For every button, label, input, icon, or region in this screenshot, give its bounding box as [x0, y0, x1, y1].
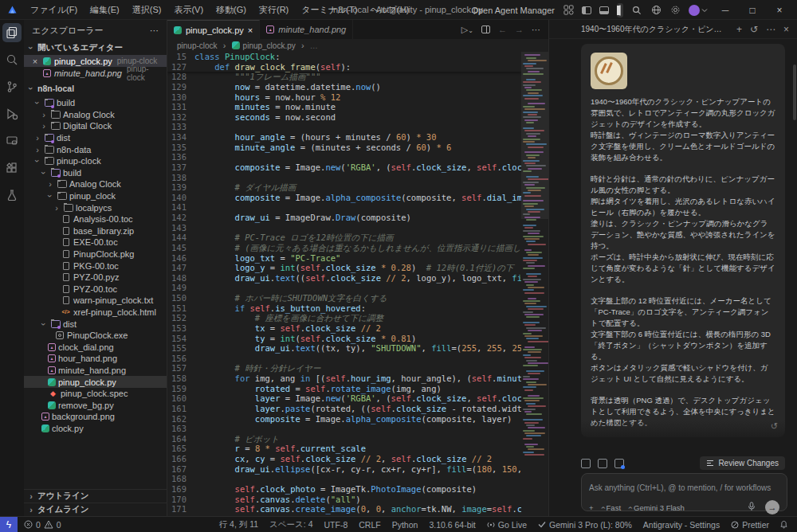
status-item-3-10-6-64-bit[interactable]: 3.10.6 64-bit — [429, 520, 475, 530]
new-conversation-icon[interactable]: + — [736, 24, 742, 35]
tree-item-analog-clock[interactable]: ›Analog Clock — [24, 178, 167, 190]
remote-explorer-icon[interactable] — [2, 131, 22, 151]
tab-minute-hand-png[interactable]: ▴ minute_hand.png — [260, 20, 353, 39]
toggle-primary-sidebar-icon[interactable] — [582, 6, 591, 14]
menu-item[interactable]: 選択(S) — [126, 0, 168, 20]
agent-manager-grid-icon[interactable] — [563, 5, 574, 16]
status-item-antigravity-settings[interactable]: Antigravity - Settings — [643, 520, 720, 530]
menu-item[interactable]: 編集(E) — [84, 0, 126, 20]
account-avatar[interactable] — [689, 5, 700, 16]
status-item-prettier[interactable]: Prettier — [731, 520, 769, 530]
run-debug-icon[interactable] — [2, 104, 22, 123]
panel-scrollbar[interactable] — [793, 65, 796, 120]
problems-indicator[interactable]: 0 0 — [18, 520, 68, 530]
menu-item[interactable]: 移動(G) — [210, 0, 253, 20]
menu-item[interactable]: 表示(V) — [167, 0, 210, 20]
tree-item-build[interactable]: ›build — [24, 97, 167, 109]
tree-item-warn-pinup-clock-txt[interactable]: warn-pinup_clock.txt — [24, 295, 167, 307]
status-item--4-11[interactable]: 行 4, 列 11 — [219, 519, 258, 530]
tree-item-dist[interactable]: ›dist — [24, 318, 167, 330]
browser-icon[interactable] — [614, 459, 624, 468]
tree-item-base-library-zip[interactable]: base_library.zip — [24, 225, 167, 237]
status-item-bell[interactable] — [780, 520, 787, 529]
menu-item[interactable]: ファイル(F) — [24, 0, 84, 20]
tree-item-remove-bg-py[interactable]: remove_bg.py — [24, 399, 167, 411]
status-item-gemini-3-pro-l-80-[interactable]: Gemini 3 Pro (L): 80% — [538, 520, 632, 530]
workspace-root-header[interactable]: ›n8n-local — [24, 81, 167, 96]
tree-item-localpycs[interactable]: ›localpycs — [24, 201, 167, 213]
split-editor-icon[interactable] — [481, 25, 490, 33]
minimap[interactable] — [523, 52, 547, 516]
toggle-secondary-sidebar-icon[interactable] — [617, 3, 623, 18]
tab-close-icon[interactable]: × — [248, 25, 253, 35]
tree-item-xref-pinup-clock-html[interactable]: </>xref-pinup_clock.html — [24, 307, 167, 319]
outline-section[interactable]: ›アウトライン — [24, 489, 167, 503]
tree-item-clock-py[interactable]: clock.py — [24, 423, 167, 435]
panel-close-icon[interactable]: × — [783, 24, 789, 35]
tree-item-pinup-clock-py[interactable]: pinup_clock.py — [24, 376, 167, 388]
expand-chevron-icon[interactable]: › — [33, 133, 41, 143]
send-button[interactable]: → — [765, 500, 779, 514]
expand-chevron-icon[interactable]: › — [53, 203, 61, 213]
tree-item-pinupclock-exe[interactable]: PinupClock.exe — [24, 330, 167, 342]
chat-input[interactable] — [589, 483, 779, 492]
search-sidebar-icon[interactable] — [2, 50, 22, 69]
status-item-go-live[interactable]: Go Live — [487, 520, 527, 530]
toggle-panel-icon[interactable] — [599, 6, 609, 14]
search-icon[interactable] — [631, 5, 642, 16]
code-area[interactable]: 15class PinupClock:127 def draw_clock_fr… — [167, 52, 521, 516]
review-changes-button[interactable]: Review Changes — [700, 456, 785, 470]
chevron-down-icon[interactable] — [701, 8, 708, 13]
globe-icon[interactable] — [650, 5, 662, 16]
expand-chevron-icon[interactable]: › — [46, 179, 54, 189]
tree-item-analog-clock[interactable]: ›Analog Clock — [24, 109, 167, 121]
tree-item-pinup-clock[interactable]: ›pinup-clock — [24, 155, 167, 167]
open-agent-manager-button[interactable]: Open Agent Manager — [471, 6, 555, 15]
source-control-icon[interactable] — [2, 77, 22, 96]
maximize-button[interactable]: □ — [743, 5, 762, 16]
expand-chevron-icon[interactable]: › — [33, 99, 42, 107]
tab-pinup-clock-py[interactable]: pinup_clock.py × — [167, 20, 260, 39]
go-forward-icon[interactable]: → — [515, 25, 524, 34]
tree-item-pyz-00-toc[interactable]: PYZ-00.toc — [24, 284, 167, 295]
testing-icon[interactable] — [2, 186, 22, 205]
attach-image-icon[interactable] — [598, 459, 607, 468]
add-context-icon[interactable]: + — [589, 503, 594, 512]
tree-item-hour-hand-png[interactable]: ▴hour_hand.png — [24, 353, 167, 365]
status-item--4[interactable]: スペース: 4 — [269, 519, 312, 530]
expand-chevron-icon[interactable]: › — [39, 169, 49, 177]
tree-item-pinup-clock-spec[interactable]: ◆pinup_clock.spec — [24, 388, 167, 400]
tree-item-clock-dial-png[interactable]: ▴clock_dial.png — [24, 341, 167, 353]
attach-file-icon[interactable] — [581, 459, 591, 468]
menu-item[interactable]: 実行(R) — [253, 0, 295, 20]
history-icon[interactable]: ↺ — [750, 24, 758, 35]
close-button[interactable]: × — [770, 5, 789, 16]
open-editor-item[interactable]: ▴minute_hand.pngpinup-clock — [24, 67, 167, 79]
tree-item-background-png[interactable]: ▴background.png — [24, 411, 167, 423]
go-back-icon[interactable]: ← — [498, 25, 507, 34]
expand-chevron-icon[interactable]: › — [33, 157, 42, 165]
minimize-button[interactable]: ─ — [716, 5, 735, 16]
chat-input-box[interactable]: + › Fast › Gemini 3 Flash → — [581, 473, 787, 511]
tree-item-digital-clock[interactable]: ›Digital Clock — [24, 120, 167, 132]
tree-item-exe-00-toc[interactable]: EXE-00.toc — [24, 237, 167, 248]
breadcrumb[interactable]: pinup-clock› pinup_clock.py› … — [167, 39, 548, 52]
editor-more-icon[interactable]: ⋯ — [532, 25, 540, 35]
explorer-more-icon[interactable]: ⋯ — [150, 25, 159, 36]
settings-gear-icon[interactable] — [669, 5, 681, 16]
remote-indicator[interactable]: ϟ — [0, 517, 18, 532]
panel-more-icon[interactable]: ⋯ — [766, 24, 775, 35]
open-editors-header[interactable]: ›開いているエディター — [24, 41, 167, 55]
reference-image-thumbnail[interactable] — [591, 53, 627, 89]
status-item-crlf[interactable]: CRLF — [359, 520, 380, 530]
tree-item-minute-hand-png[interactable]: ▴minute_hand.png — [24, 365, 167, 377]
tree-item-pinup-clock[interactable]: ›pinup_clock — [24, 190, 167, 202]
expand-chevron-icon[interactable]: › — [33, 145, 41, 155]
tree-item-analysis-00-toc[interactable]: Analysis-00.toc — [24, 213, 167, 225]
tree-item-build[interactable]: ›build — [24, 167, 167, 179]
timeline-section[interactable]: ›タイムライン — [24, 503, 167, 516]
status-item-utf-8[interactable]: UTF-8 — [324, 520, 348, 530]
close-editor-icon[interactable]: × — [30, 57, 40, 66]
tree-item-pyz-00-pyz[interactable]: PYZ-00.pyz — [24, 272, 167, 284]
tree-item-pkg-00-toc[interactable]: PKG-00.toc — [24, 260, 167, 272]
